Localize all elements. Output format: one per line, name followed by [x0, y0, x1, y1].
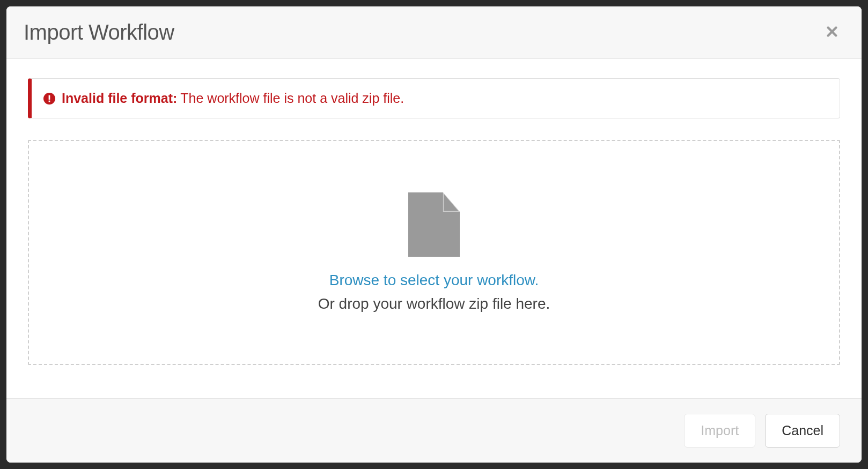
error-alert: Invalid file format: The workflow file i… [28, 78, 840, 118]
browse-link[interactable]: Browse to select your workflow. [329, 272, 539, 289]
file-dropzone[interactable]: Browse to select your workflow. Or drop … [28, 140, 840, 365]
file-icon [407, 192, 461, 257]
close-button[interactable] [820, 19, 844, 46]
modal-header: Import Workflow [6, 6, 862, 59]
close-icon [823, 23, 841, 42]
import-workflow-modal: Import Workflow Invalid file format: The… [6, 6, 862, 463]
error-message: The workflow file is not a valid zip fil… [180, 91, 404, 106]
modal-title: Import Workflow [24, 20, 174, 44]
modal-footer: Import Cancel [6, 398, 862, 463]
exclamation-circle-icon [43, 93, 55, 105]
cancel-button[interactable]: Cancel [765, 414, 840, 448]
svg-rect-1 [49, 95, 50, 99]
svg-rect-2 [49, 100, 50, 102]
modal-body: Invalid file format: The workflow file i… [6, 59, 862, 398]
error-title: Invalid file format: [62, 91, 177, 106]
drop-instruction: Or drop your workflow zip file here. [318, 295, 550, 312]
import-button[interactable]: Import [684, 414, 755, 448]
